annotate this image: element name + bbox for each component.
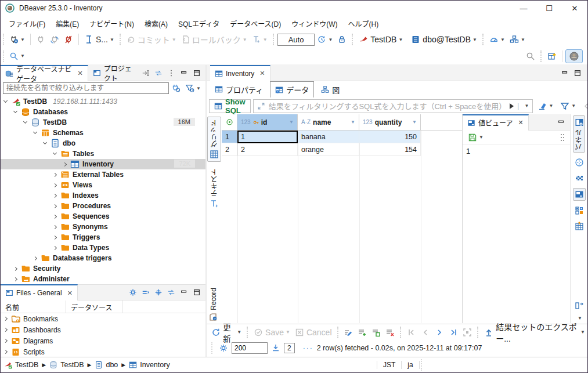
column-header-datasource[interactable]: データソース xyxy=(66,300,122,313)
tree-item-views[interactable]: Views xyxy=(1,180,205,190)
fetch-next-segment-icon[interactable] xyxy=(271,343,280,353)
transaction-history-button[interactable]: ▼ xyxy=(315,33,335,46)
dashboard-button[interactable]: ▼ xyxy=(487,33,507,46)
cell-name[interactable]: banana xyxy=(298,131,359,143)
timezone-indicator[interactable]: JST xyxy=(377,361,402,369)
global-search-button[interactable] xyxy=(524,50,538,63)
breadcrumb-schema[interactable]: dbo xyxy=(95,361,118,369)
column-header-name[interactable]: A·Z name ▼ xyxy=(298,114,359,130)
maximize-button[interactable]: ☐ xyxy=(536,1,562,16)
close-icon[interactable]: ✕ xyxy=(518,119,524,126)
menu-edit[interactable]: 編集(E) xyxy=(51,16,84,31)
edit-cell-button[interactable] xyxy=(341,326,355,339)
fetch-size-input[interactable] xyxy=(232,342,268,354)
close-icon[interactable]: ✕ xyxy=(78,70,83,77)
chevron-collapsed-icon[interactable] xyxy=(53,204,57,208)
minimize-button[interactable]: — xyxy=(511,1,536,16)
minimize-editor-button[interactable] xyxy=(558,67,571,79)
cell-quantity[interactable]: 154 xyxy=(359,143,421,156)
result-filter-input[interactable]: 結果をフィルタリングするSQL式を入力します（Ctrl + Spaceを使用） … xyxy=(253,99,533,113)
chevron-collapsed-icon[interactable] xyxy=(53,235,57,239)
tree-item-security[interactable]: Security xyxy=(1,263,205,274)
chevron-expanded-icon[interactable] xyxy=(3,99,8,103)
chevron-expanded-icon[interactable] xyxy=(33,130,37,134)
menu-help[interactable]: ヘルプ(H) xyxy=(344,16,384,31)
connect-button[interactable] xyxy=(34,33,48,46)
tree-item-dbo[interactable]: dbo xyxy=(1,138,205,149)
tab-database-navigator[interactable]: データベースナビゲータ ✕ xyxy=(1,65,88,81)
record-mode-toggle[interactable]: Record xyxy=(207,288,221,322)
maximize-editor-button[interactable] xyxy=(571,67,584,79)
close-icon[interactable]: ✕ xyxy=(259,70,265,77)
toggle-panels-layout-button[interactable] xyxy=(573,300,585,312)
filter-settings-button[interactable]: ▼ xyxy=(183,82,203,95)
cell-id[interactable]: 2 xyxy=(237,143,298,156)
metadata-panel-button[interactable] xyxy=(573,157,585,168)
new-connection-button[interactable]: ▼ xyxy=(7,33,27,46)
link-with-editor-button[interactable] xyxy=(139,67,152,79)
navigator-filter-input[interactable] xyxy=(3,82,169,94)
close-button[interactable]: ✕ xyxy=(562,1,587,16)
filters-menu-button[interactable]: ▼ xyxy=(558,100,578,113)
isolation-lock-button[interactable] xyxy=(335,33,349,46)
tab-data[interactable]: データ xyxy=(270,81,314,97)
tree-item-administer[interactable]: Administer xyxy=(1,274,205,284)
chevron-collapsed-icon[interactable] xyxy=(3,350,8,354)
quick-search-button[interactable]: ▼ xyxy=(7,50,27,63)
reconnect-button[interactable] xyxy=(48,33,62,46)
tree-item-indexes[interactable]: Indexes xyxy=(1,190,205,201)
cell-quantity[interactable]: 150 xyxy=(359,131,421,143)
duplicate-row-button[interactable] xyxy=(369,326,383,339)
menu-search[interactable]: 検索(A) xyxy=(140,16,172,31)
files-settings-button[interactable] xyxy=(127,287,139,298)
chevron-collapsed-icon[interactable] xyxy=(13,266,17,270)
tree-item-schemas[interactable]: Schemas xyxy=(1,128,205,138)
tree-item-connection-testdb[interactable]: TestDB 192.168.11.111:1433 xyxy=(1,96,205,107)
connections-filter-button[interactable] xyxy=(169,82,183,95)
files-item-bookmarks[interactable]: Bookmarks xyxy=(1,313,205,324)
tab-properties[interactable]: プロパティ xyxy=(210,82,268,97)
sort-icon[interactable]: ▼ xyxy=(351,119,355,125)
panels-toggle-group[interactable]: パネル xyxy=(573,115,585,153)
cancel-button[interactable]: Cancel xyxy=(293,326,334,339)
row-number[interactable]: 1 xyxy=(222,131,237,143)
chevron-collapsed-icon[interactable] xyxy=(63,162,67,166)
column-header-name[interactable]: 名前 xyxy=(1,300,66,313)
tree-item-synonyms[interactable]: Synonyms xyxy=(1,222,205,232)
show-sql-button[interactable]: Show SQL xyxy=(209,99,251,113)
connection-selector[interactable]: TestDB ▼ xyxy=(356,33,405,46)
tree-item-inventory[interactable]: Inventory 72K xyxy=(1,159,205,169)
delete-row-button[interactable] xyxy=(383,326,397,339)
maximize-view-button[interactable] xyxy=(190,287,203,298)
menu-sql-editor[interactable]: SQLエディタ xyxy=(174,16,224,31)
close-icon[interactable]: ✕ xyxy=(67,289,73,297)
chevron-collapsed-icon[interactable] xyxy=(3,339,8,343)
menu-file[interactable]: ファイル(F) xyxy=(4,16,50,31)
save-value-button[interactable]: ▼ xyxy=(466,131,486,144)
sort-icon[interactable]: ▼ xyxy=(289,119,294,125)
chevron-collapsed-icon[interactable] xyxy=(13,277,17,281)
maximize-view-button[interactable] xyxy=(190,67,203,79)
chevron-expanded-icon[interactable] xyxy=(53,151,57,155)
tree-item-data-types[interactable]: Data Types xyxy=(1,242,205,253)
aggregate-panel-button[interactable] xyxy=(573,205,585,216)
breadcrumb-database[interactable]: TestDB xyxy=(49,361,84,369)
chevron-collapsed-icon[interactable] xyxy=(53,183,57,187)
commit-button[interactable]: コミット ▼ xyxy=(124,32,179,47)
tree-item-sequences[interactable]: Sequences xyxy=(1,211,205,222)
tree-item-testdb-database[interactable]: TestDB 16M xyxy=(1,117,205,128)
calc-panel-button[interactable] xyxy=(573,172,585,184)
minimize-view-button[interactable] xyxy=(178,67,190,79)
files-item-diagrams[interactable]: Diagrams xyxy=(1,335,205,346)
tree-item-external-tables[interactable]: External Tables xyxy=(1,169,205,180)
next-row-button[interactable] xyxy=(432,326,446,339)
add-row-button[interactable] xyxy=(355,326,369,339)
tree-item-tables[interactable]: Tables xyxy=(1,149,205,159)
chevron-collapsed-icon[interactable] xyxy=(53,193,57,197)
chevron-collapsed-icon[interactable] xyxy=(53,245,57,249)
chevron-down-icon[interactable]: ▼ xyxy=(524,103,529,108)
value-viewer-panel-button[interactable] xyxy=(573,188,586,201)
new-window-button[interactable] xyxy=(545,50,559,63)
previous-row-button[interactable] xyxy=(419,326,432,339)
tab-files-general[interactable]: Files - General ✕ xyxy=(1,284,78,300)
